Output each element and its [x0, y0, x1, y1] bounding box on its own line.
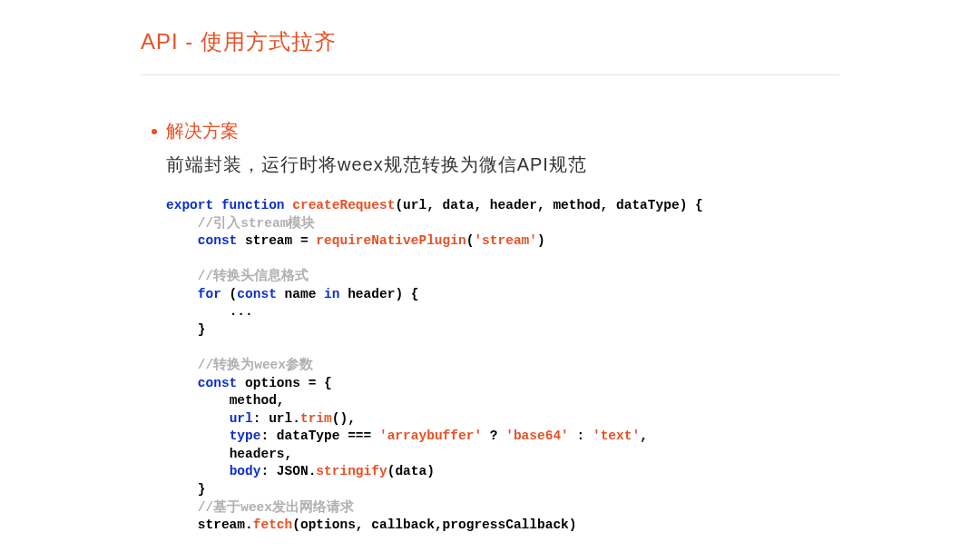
code-text: ? [482, 429, 505, 443]
fn-stringify: stringify [316, 464, 387, 478]
prop-type: type [230, 429, 261, 443]
code-text: (options, callback,progressCallback) [292, 518, 576, 532]
code-text: } [198, 482, 206, 497]
code-text: : [569, 429, 593, 443]
comment: //基于weex发出网络请求 [198, 500, 354, 515]
code-text: ( [221, 287, 237, 301]
kw-const: const [198, 376, 238, 390]
code-text: method, [230, 393, 285, 408]
code-text: ... [230, 304, 253, 319]
string: 'base64' [505, 429, 569, 443]
kw-in: in [324, 287, 339, 301]
code-text: (url, data, header, method, dataType) { [395, 198, 702, 212]
code-text: , [640, 429, 648, 443]
code-text: stream = [237, 233, 316, 248]
fn-trim: trim [300, 411, 332, 426]
subtitle-text: 前端封装，运行时将weex规范转换为微信API规范 [166, 153, 839, 177]
fn-createRequest: createRequest [292, 198, 395, 212]
comment: //引入stream模块 [198, 216, 316, 231]
code-text: options = { [237, 376, 331, 390]
code-text: (data) [387, 464, 435, 478]
bullet-dot-icon [152, 129, 157, 134]
fn-fetch: fetch [253, 518, 293, 532]
code-text: : JSON. [260, 464, 316, 478]
code-text: name [277, 287, 324, 301]
bullet-label: 解决方案 [166, 119, 239, 143]
string: 'text' [593, 429, 640, 443]
code-text: ) [537, 233, 545, 248]
slide: API - 使用方式拉齐 解决方案 前端封装，运行时将weex规范转换为微信AP… [0, 0, 980, 552]
code-text: headers, [230, 447, 293, 461]
string: 'stream' [474, 233, 537, 248]
code-text: } [198, 322, 206, 337]
prop-body: body [230, 464, 261, 478]
bullet-item: 解决方案 [152, 119, 839, 143]
comment: //转换为weex参数 [198, 358, 313, 372]
code-text: (), [332, 411, 356, 426]
fn-requireNativePlugin: requireNativePlugin [316, 233, 466, 248]
kw-export: export [166, 198, 213, 212]
code-block: export function createRequest(url, data,… [166, 197, 839, 552]
kw-const: const [198, 233, 238, 248]
code-text: stream. [198, 518, 253, 532]
kw-for: for [198, 287, 221, 301]
code-text: : url. [253, 411, 300, 426]
kw-function: function [221, 198, 285, 212]
slide-content: 解决方案 前端封装，运行时将weex规范转换为微信API规范 export fu… [141, 119, 839, 552]
prop-url: url [230, 411, 253, 426]
code-text: header) { [339, 287, 418, 301]
string: 'arraybuffer' [379, 429, 482, 443]
kw-const: const [237, 287, 277, 301]
code-text: : dataType === [260, 429, 379, 443]
slide-title: API - 使用方式拉齐 [141, 27, 839, 75]
comment: //转换头信息格式 [198, 269, 309, 283]
